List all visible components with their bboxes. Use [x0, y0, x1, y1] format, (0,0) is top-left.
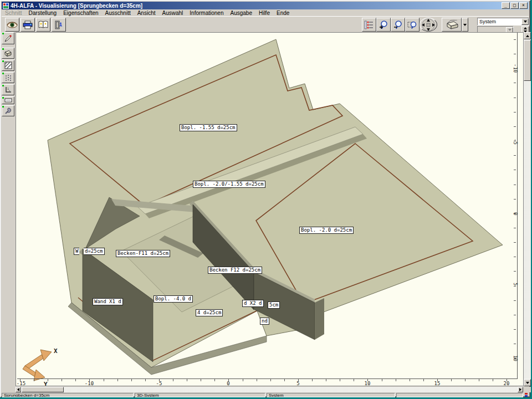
menu-informationen[interactable]: Informationen [186, 10, 227, 16]
system-combobox[interactable]: System [477, 18, 529, 25]
ruler-label: -5 [156, 381, 162, 386]
mesh-view-button[interactable] [2, 72, 14, 83]
mesh-grid-icon [4, 74, 12, 81]
view-3d-button[interactable] [442, 18, 462, 32]
ruler-label: 5 [296, 381, 299, 386]
label-becken-f12: Becken F12 d=25cm [208, 267, 262, 274]
arrow-left-icon [17, 388, 19, 391]
edit-tool-button[interactable] [2, 32, 14, 44]
label-wand-x2: d X2 d [242, 300, 264, 307]
zoom-out-icon [393, 20, 403, 30]
menu-eigenschaften[interactable]: Eigenschaften [60, 10, 101, 16]
maximize-button[interactable]: □ [510, 2, 519, 9]
status-project: Sprungbecken d=35cm [2, 393, 134, 397]
menu-darstellung[interactable]: Darstellung [25, 10, 60, 16]
ruler-label: 5 [513, 283, 518, 285]
ruler-label: 15 [434, 381, 441, 386]
solid-view-button[interactable] [2, 48, 14, 59]
exit-button[interactable] [52, 18, 66, 32]
toolbar: System [2, 16, 529, 32]
horizontal-scroll-thumb[interactable] [22, 387, 64, 392]
scene-3d [16, 33, 524, 379]
scroll-down-button[interactable] [524, 379, 531, 386]
close-button[interactable]: × [519, 2, 528, 9]
chevron-down-icon [508, 29, 511, 31]
status-grip-icon [524, 393, 529, 397]
ruler-label: 10 [513, 355, 518, 361]
app-window: 4H-ALFA - Visualisierung [Sprungbecken d… [0, 0, 530, 397]
box-icon [4, 50, 12, 57]
label-bopl-155: Bopl. -1.55 d=25cm [180, 124, 237, 131]
title-bar[interactable]: 4H-ALFA - Visualisierung [Sprungbecken d… [2, 2, 529, 9]
ruler-label: 0 [513, 212, 518, 215]
label-becken-f11: Becken-F11 d=25cm [116, 250, 170, 257]
hatch-view-button[interactable] [2, 60, 14, 71]
structure-tree-icon [364, 21, 374, 29]
app-icon [3, 3, 9, 9]
zoom-in-button[interactable] [376, 18, 391, 32]
y-axis-label: Y [44, 381, 48, 386]
ruler-label: -10 [513, 64, 518, 73]
menu-ende[interactable]: Ende [273, 10, 293, 16]
small-basin-side [315, 298, 324, 340]
scroll-left-button[interactable] [16, 387, 21, 392]
menu-schnitt: Schnitt [2, 10, 25, 16]
menu-ausgabe[interactable]: Ausgabe [227, 10, 255, 16]
view-3d-dropdown[interactable] [462, 18, 468, 32]
scrollbar-corner [524, 387, 531, 392]
wrench-icon [4, 107, 12, 115]
pan-control[interactable] [420, 18, 437, 32]
menu-hilfe[interactable]: Hilfe [255, 10, 273, 16]
ruler-label: 20 [504, 381, 510, 386]
label-bopl-20-155: Bopl. -2.0/-1.55 d=25cm [193, 181, 265, 188]
eye-icon [7, 21, 18, 29]
x-axis-label: X [54, 347, 58, 355]
menu-ausschnitt[interactable]: Ausschnitt [102, 10, 134, 16]
system-combo-value: System [478, 19, 521, 24]
vertical-scroll-thumb[interactable] [524, 40, 531, 81]
system-combo-arrow[interactable] [521, 18, 529, 25]
label-icon [4, 98, 12, 103]
scroll-right-button[interactable] [518, 387, 523, 392]
arrow-down-icon [526, 382, 529, 384]
menu-bar: Schnitt Darstellung Eigenschaften Aussch… [2, 9, 529, 16]
manual-button[interactable] [36, 18, 50, 32]
label-fragment-d25: d=25cm [84, 248, 105, 255]
ruler-label: -5 [513, 139, 518, 145]
dimension-icon: 1 s [4, 86, 12, 94]
minimize-button[interactable]: _ [502, 2, 510, 9]
label-bopl-20: Bopl. -2.0 d=25cm [299, 227, 354, 234]
label-fragment-nd: nd [260, 318, 269, 325]
label-fragment-4d25: 4 d=25cm [196, 309, 223, 316]
zoom-out-button[interactable] [391, 18, 405, 32]
settings-tool-button[interactable] [2, 105, 14, 116]
arrow-right-icon [519, 388, 521, 391]
ruler-right-ticks [514, 39, 516, 372]
horizontal-scrollbar[interactable] [16, 387, 523, 392]
label-fragment-w: W [74, 248, 79, 255]
ruler-label: -10 [85, 381, 94, 386]
label-tool-button[interactable] [2, 96, 14, 104]
label-wand-x1: Wand X1 d [93, 298, 123, 305]
scroll-up-button[interactable] [524, 32, 531, 39]
status-extra [396, 393, 523, 397]
structure-list-button[interactable] [362, 18, 376, 32]
book-icon [38, 21, 48, 29]
visualize-button[interactable] [5, 18, 19, 32]
pencil-icon [4, 34, 12, 43]
dimension-tool-button[interactable]: 1 s [2, 84, 14, 95]
menu-auswahl[interactable]: Auswahl [159, 10, 187, 16]
menu-ansicht[interactable]: Ansicht [134, 10, 159, 16]
print-button[interactable] [21, 18, 35, 32]
ruler-label: 0 [227, 381, 229, 386]
status-view: System [267, 393, 395, 397]
zoom-window-button[interactable] [405, 18, 420, 32]
viewport-3d[interactable]: Bopl. -1.55 d=25cm Bopl. -2.0/-1.55 d=25… [16, 32, 524, 386]
label-fragment-5cm: 5cm [268, 301, 280, 309]
chevron-down-icon [463, 24, 467, 26]
spin-up-icon [524, 27, 527, 29]
arrow-up-icon [526, 35, 529, 37]
window-title: 4H-ALFA - Visualisierung [Sprungbecken d… [11, 3, 501, 9]
vertical-scrollbar[interactable] [524, 32, 531, 386]
cube-3d-icon [444, 20, 459, 30]
